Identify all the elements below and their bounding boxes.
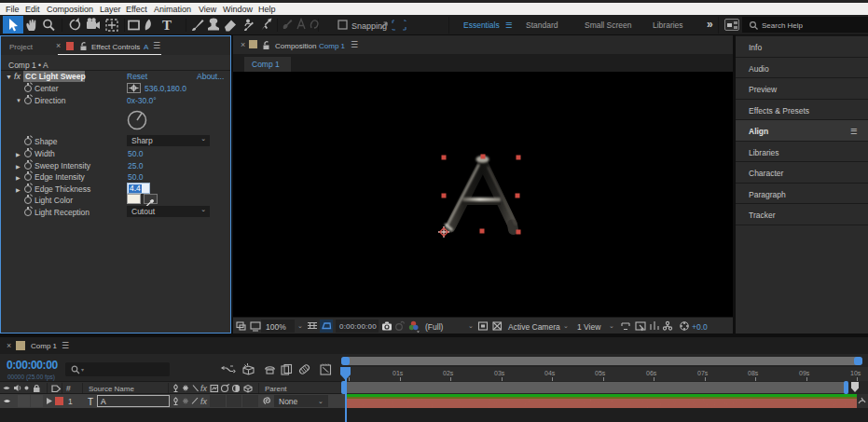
svg-text:fx: fx <box>200 384 208 393</box>
svg-text:1: 1 <box>68 397 73 406</box>
svg-text:T: T <box>162 18 172 33</box>
svg-text:None: None <box>279 397 298 406</box>
svg-text:Parent: Parent <box>265 385 287 393</box>
svg-text:#: # <box>66 384 71 393</box>
svg-text:T: T <box>88 397 93 407</box>
svg-text:A: A <box>101 397 106 406</box>
svg-text:Snapping: Snapping <box>351 21 387 31</box>
svg-text:Source Name: Source Name <box>89 385 134 393</box>
svg-text:⌄: ⌄ <box>318 398 324 404</box>
svg-text:fx: fx <box>200 397 208 406</box>
